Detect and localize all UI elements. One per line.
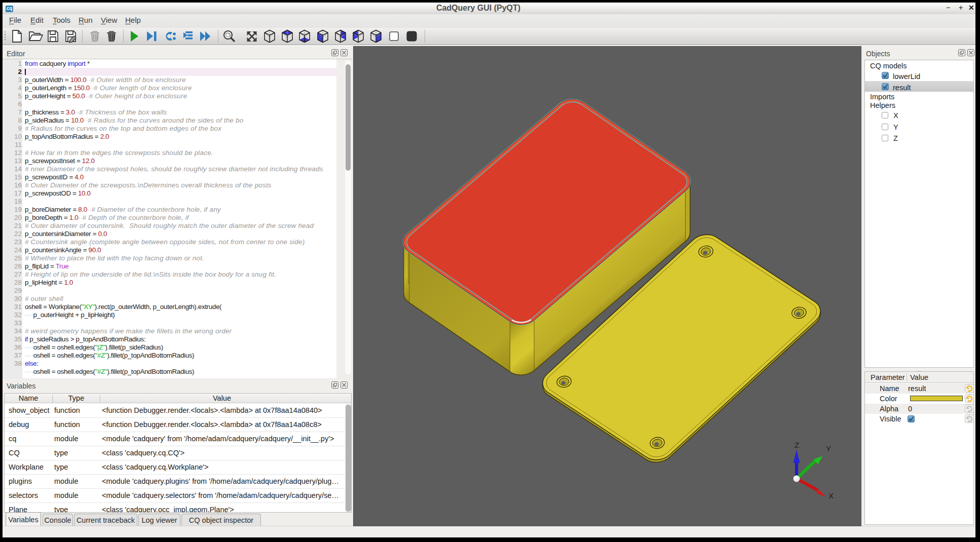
svg-text:Z: Z	[795, 441, 799, 449]
svg-text:Y: Y	[826, 444, 831, 453]
svg-text:X: X	[828, 491, 834, 500]
